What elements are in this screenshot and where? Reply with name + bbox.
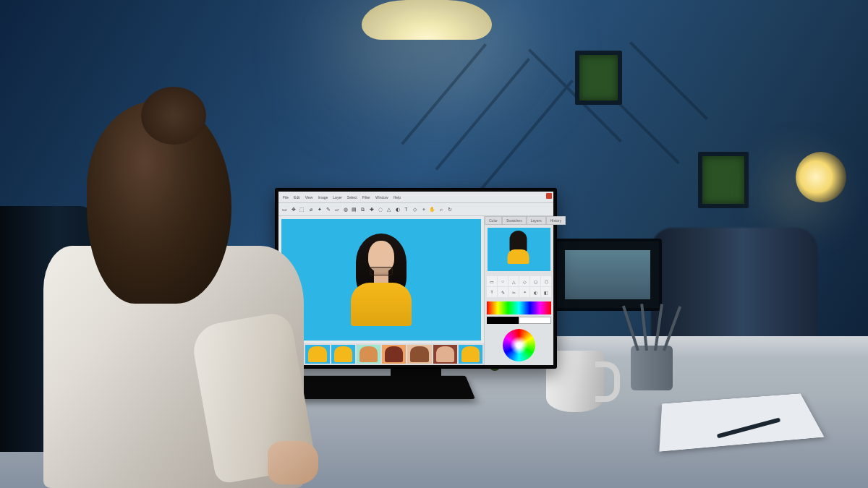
- tool-cell[interactable]: ◧: [541, 287, 551, 297]
- main-monitor: FileEditViewImageLayerSelectFilterWindow…: [275, 188, 557, 369]
- fill-icon[interactable]: ◍: [342, 206, 349, 213]
- tool-cell[interactable]: △: [509, 276, 519, 286]
- icon-toolbar: ▭✥⬚⌀✦✎▱◍▤⧉✚◌△◐T◇⌖✋⌕↻: [278, 203, 553, 216]
- thumbnail-strip: [278, 343, 484, 365]
- menu-view[interactable]: View: [304, 194, 315, 200]
- tab-color[interactable]: Color: [485, 216, 502, 225]
- thumbnail[interactable]: [382, 345, 406, 364]
- tab-layers[interactable]: Layers: [527, 216, 546, 225]
- moss-panel: [698, 152, 749, 208]
- background-monitor: [553, 239, 662, 311]
- lasso-icon[interactable]: ⌀: [307, 206, 314, 213]
- tool-cell[interactable]: ▭: [487, 276, 497, 286]
- menu-help[interactable]: Help: [392, 194, 402, 200]
- editor-canvas[interactable]: [281, 219, 481, 341]
- pencil-holder: [631, 346, 673, 390]
- eyedrop-icon[interactable]: ⌖: [420, 206, 427, 213]
- menu-filter[interactable]: Filter: [361, 194, 372, 200]
- heal-icon[interactable]: ✚: [368, 206, 375, 213]
- menu-layer[interactable]: Layer: [331, 194, 344, 200]
- brush-icon[interactable]: ✎: [325, 206, 331, 213]
- eraser-icon[interactable]: ▱: [333, 206, 340, 213]
- gradient-icon[interactable]: ▤: [351, 206, 357, 213]
- thumbnail[interactable]: [305, 345, 329, 364]
- color-wheel[interactable]: [503, 329, 535, 361]
- color-spectrum[interactable]: [487, 301, 551, 314]
- person-at-desk: [0, 101, 304, 488]
- preview-panel: [488, 228, 550, 271]
- menu-bar: FileEditViewImageLayerSelectFilterWindow…: [278, 192, 553, 203]
- menu-window[interactable]: Window: [374, 194, 390, 200]
- sharpen-icon[interactable]: △: [386, 206, 392, 213]
- tool-cell[interactable]: ◇: [519, 276, 529, 286]
- tool-cell[interactable]: ✂: [509, 287, 519, 297]
- moss-panel: [575, 51, 622, 105]
- side-panel: ColorSwatchesLayersHistory ▭○△◇⬠⬡T✎✂⌖◐◧: [485, 216, 553, 365]
- wand-icon[interactable]: ✦: [316, 206, 323, 213]
- close-icon[interactable]: [546, 193, 552, 199]
- dodge-icon[interactable]: ◐: [394, 206, 401, 213]
- tab-swatches[interactable]: Swatches: [502, 216, 527, 225]
- canvas-subject: [338, 225, 425, 326]
- tool-cell[interactable]: ⬠: [530, 276, 540, 286]
- tool-cell[interactable]: ✎: [498, 287, 508, 297]
- desk-lamp: [796, 152, 846, 202]
- clone-icon[interactable]: ⧉: [359, 206, 366, 213]
- zoom-icon[interactable]: ⌕: [438, 206, 444, 213]
- text-icon[interactable]: T: [403, 206, 409, 213]
- tool-palette: ▭○△◇⬠⬡T✎✂⌖◐◧: [485, 274, 553, 299]
- tab-history[interactable]: History: [546, 216, 566, 225]
- photo-editor-window: FileEditViewImageLayerSelectFilterWindow…: [278, 192, 553, 365]
- bw-swatches[interactable]: [487, 317, 551, 324]
- tool-cell[interactable]: ⌖: [519, 287, 529, 297]
- menu-image[interactable]: Image: [316, 194, 329, 200]
- tool-cell[interactable]: ○: [498, 276, 508, 286]
- blur-icon[interactable]: ◌: [377, 206, 383, 213]
- thumbnail[interactable]: [331, 345, 355, 364]
- thumbnail[interactable]: [459, 345, 482, 364]
- tool-cell[interactable]: T: [487, 287, 497, 297]
- menu-select[interactable]: Select: [346, 194, 359, 200]
- thumbnail[interactable]: [357, 345, 380, 364]
- office-scene: FileEditViewImageLayerSelectFilterWindow…: [0, 0, 868, 488]
- hand-icon[interactable]: ✋: [429, 206, 435, 213]
- shape-icon[interactable]: ◇: [412, 206, 418, 213]
- tool-cell[interactable]: ⬡: [541, 276, 551, 286]
- rotate-icon[interactable]: ↻: [446, 206, 453, 213]
- tool-cell[interactable]: ◐: [530, 287, 540, 297]
- thumbnail[interactable]: [407, 345, 431, 364]
- thumbnail[interactable]: [433, 345, 457, 364]
